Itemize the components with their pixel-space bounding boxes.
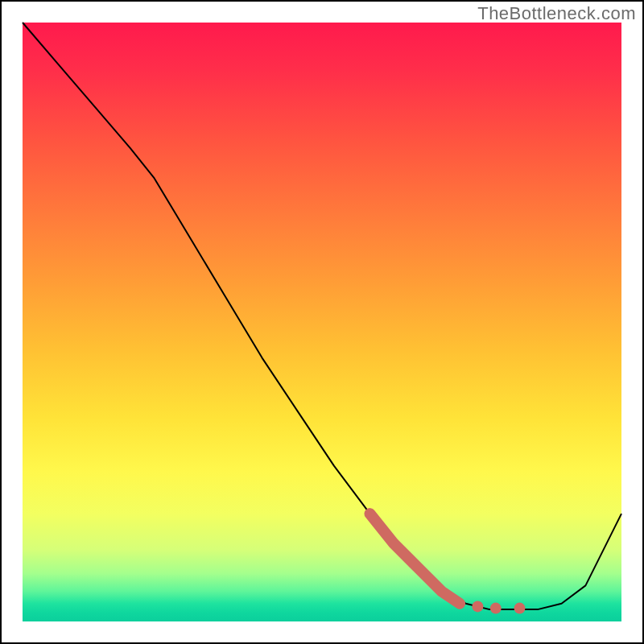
curve-line [23,23,621,609]
highlight-segment [370,514,460,604]
chart-overlay-svg [23,23,621,621]
watermark-text: TheBottleneck.com [477,3,636,24]
highlight-dot [514,603,526,614]
highlight-dot [472,601,483,612]
highlight-dot [490,603,502,614]
chart-stage: TheBottleneck.com [0,0,644,644]
